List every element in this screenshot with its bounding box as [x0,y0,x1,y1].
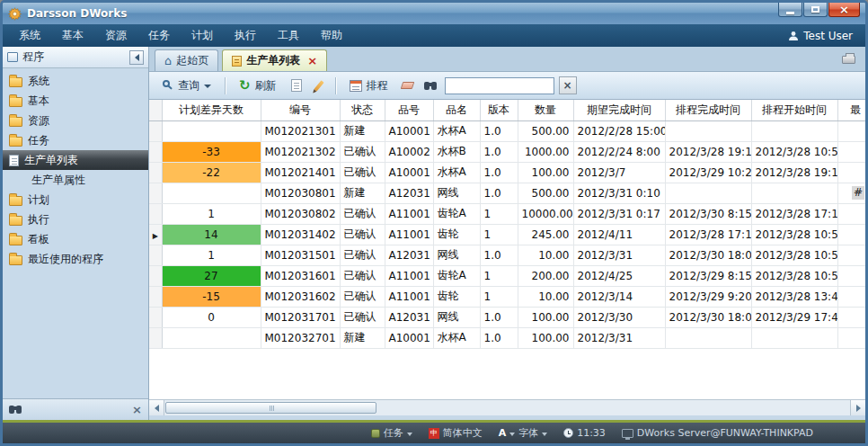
status-language[interactable]: 中 简体中文 [429,426,483,440]
sidebar-item[interactable]: 执行 [3,210,148,229]
cell[interactable]: A10001 [385,162,433,183]
cell[interactable]: 齿轮A [433,265,480,286]
printer-icon[interactable] [842,56,855,64]
row-selector[interactable] [149,224,162,245]
row-selector[interactable] [149,183,162,203]
cell[interactable]: 2012/2/24 8:00 [573,141,665,162]
cell[interactable]: M012031602 [261,286,340,307]
cell[interactable]: 1.0 [480,183,518,203]
query-button[interactable]: 查询 [155,76,218,96]
cell[interactable]: M012030801 [261,183,340,203]
cell[interactable] [837,307,865,327]
cell[interactable]: 2012/3/28 10:52 [751,224,837,245]
search-input[interactable] [445,77,554,94]
scroll-right-button[interactable] [850,400,865,415]
tab-inactive[interactable]: 起始页 [155,49,218,71]
row-selector[interactable] [149,141,162,162]
cell[interactable]: 已确认 [340,307,385,327]
row-selector[interactable] [149,120,162,141]
cell[interactable]: 网线 [433,307,480,327]
status-font[interactable]: A 字体 [499,426,548,440]
table-row[interactable]: 0M012031701已确认A12031网线1.0100.002012/3/30… [149,307,865,327]
table-row[interactable]: -33M012021302已确认A10002水杯B1.01000.002012/… [149,141,865,162]
horizontal-scrollbar[interactable] [149,399,865,415]
scroll-left-button[interactable] [149,400,164,415]
sidebar-collapse-button[interactable] [129,50,144,65]
cell[interactable]: 新建 [340,120,385,141]
menu-item[interactable]: 帮助 [310,24,353,47]
table-row[interactable]: 1M012031501已确认A12031网线1.010.002012/3/312… [149,245,865,265]
cell[interactable]: A12031 [385,183,433,203]
cell-diff-days[interactable] [162,183,261,203]
cell[interactable] [837,141,865,162]
row-selector[interactable] [149,307,162,327]
edit-button[interactable] [309,76,329,95]
table-row[interactable]: M012021301新建A10001水杯A1.0500.002012/2/28 … [149,120,865,141]
cell[interactable]: 2012/3/31 0:10 [573,183,665,203]
cell[interactable]: 1.0 [480,245,518,265]
cell[interactable] [837,265,865,286]
cell[interactable]: 2012/3/28 19:10 [751,162,837,183]
cell[interactable]: M012021301 [261,120,340,141]
sidebar-item[interactable]: 计划 [3,190,148,210]
cell[interactable]: 1.0 [480,141,518,162]
menu-item[interactable]: 执行 [224,24,267,47]
cell[interactable]: 100.00 [518,162,573,183]
cell[interactable]: 已确认 [340,141,385,162]
cell[interactable]: 500.00 [518,120,573,141]
cell[interactable]: 已确认 [340,203,385,224]
cell[interactable]: 2012/3/31 [573,327,665,348]
cell[interactable]: 2012/3/28 17:13 [751,203,837,224]
cell[interactable]: M012031701 [261,307,340,327]
column-header[interactable]: 编号 [261,100,340,120]
cell[interactable]: 2012/3/28 10:52 [751,141,837,162]
cell-diff-days[interactable]: -15 [162,286,261,307]
cell-diff-days[interactable]: 27 [162,265,261,286]
table-row[interactable]: -15M012031602已确认A11001齿轮110.002012/3/142… [149,286,865,307]
table-row[interactable]: M012030801新建A12031网线1.0500.002012/3/31 0… [149,183,865,203]
cell[interactable]: 新建 [340,183,385,203]
cell[interactable]: 10.00 [518,245,573,265]
cell[interactable]: 2012/4/11 [573,224,665,245]
row-selector[interactable] [149,327,162,348]
cell[interactable]: 水杯A [433,327,480,348]
cell[interactable]: 2012/3/30 18:00 [665,307,751,327]
menu-item[interactable]: 系统 [8,24,51,47]
cell[interactable] [837,162,865,183]
cell-diff-days[interactable]: 1 [162,203,261,224]
cell[interactable]: 10.00 [518,286,573,307]
cell[interactable]: 2012/3/30 [573,307,665,327]
cell[interactable]: 1.0 [480,327,518,348]
cell[interactable] [751,183,837,203]
table-row[interactable]: 1M012030802已确认A11001齿轮A110000.002012/3/3… [149,203,865,224]
cell[interactable]: 齿轮 [433,286,480,307]
cell[interactable]: 2012/3/28 10:52 [751,265,837,286]
cell[interactable]: A10001 [385,120,433,141]
cell[interactable]: 1.0 [480,307,518,327]
cell[interactable]: 1000.00 [518,141,573,162]
cell[interactable]: A11001 [385,203,433,224]
cell[interactable] [837,245,865,265]
row-selector[interactable] [149,203,162,224]
menu-item[interactable]: 资源 [94,24,137,47]
cell[interactable]: 10000.00 [518,203,573,224]
cell[interactable]: 1.0 [480,162,518,183]
cell[interactable]: 1 [480,203,518,224]
sidebar-item[interactable]: 任务 [3,130,148,150]
cell[interactable] [837,120,865,141]
sidebar-item[interactable]: 最近使用的程序 [3,249,148,269]
cell[interactable]: 100.00 [518,307,573,327]
status-task-menu[interactable]: 任务 [371,426,412,440]
cell[interactable] [837,203,865,224]
cell-diff-days[interactable]: -22 [162,162,261,183]
cell[interactable]: 2012/3/29 8:15 [665,265,751,286]
cell[interactable]: M012021401 [261,162,340,183]
table-row[interactable]: -22M012021401已确认A10001水杯A1.0100.002012/3… [149,162,865,183]
table-row[interactable]: M012032701新建A10001水杯A1.0100.002012/3/31 [149,327,865,348]
cell-diff-days[interactable]: 0 [162,307,261,327]
menu-item[interactable]: 任务 [137,24,181,47]
find-icon[interactable] [9,406,14,414]
cell[interactable]: M012032701 [261,327,340,348]
cell[interactable]: 2012/3/14 [573,286,665,307]
column-header[interactable]: 品名 [433,100,480,120]
